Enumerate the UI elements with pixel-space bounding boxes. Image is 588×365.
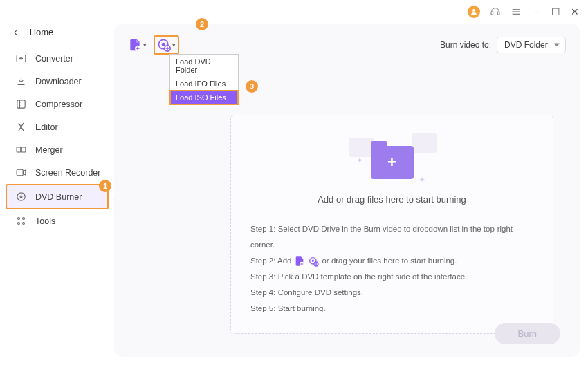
folder-illustration: ✦ + ✦ — [250, 131, 533, 191]
back-home[interactable]: ‹ Home — [0, 26, 114, 47]
toolbar: ▾ ▾ Burn video to: DVD Folder — [128, 36, 566, 54]
converter-icon — [15, 53, 27, 64]
sparkle-icon: ✦ — [356, 156, 363, 165]
annotation-badge-1: 1 — [99, 180, 111, 192]
step-1: Step 1: Select DVD Drive in the Burn vid… — [250, 221, 533, 253]
merger-icon — [15, 144, 27, 156]
svg-point-11 — [17, 193, 25, 200]
svg-point-12 — [20, 196, 22, 198]
svg-rect-10 — [17, 169, 23, 176]
maximize-button[interactable]: ☐ — [551, 6, 560, 17]
menu-item-load-iso-files[interactable]: Load ISO Files — [169, 90, 239, 105]
drop-prompt: Add or drag files here to start burning — [250, 194, 533, 205]
step-5: Step 5: Start burning. — [250, 301, 533, 317]
sidebar-item-merger[interactable]: Merger — [0, 138, 114, 161]
add-disc-icon — [308, 256, 319, 267]
burn-button: Burn — [495, 323, 560, 344]
tools-icon — [15, 215, 27, 227]
menu-item-load-dvd-folder[interactable]: Load DVD Folder — [170, 55, 238, 77]
svg-point-0 — [472, 9, 475, 12]
sidebar-item-downloader[interactable]: Downloader — [0, 70, 114, 93]
svg-rect-8 — [17, 147, 21, 152]
compressor-icon — [15, 98, 27, 110]
support-icon[interactable] — [490, 6, 501, 17]
sidebar-item-label: Tools — [35, 216, 55, 226]
sidebar-item-editor[interactable]: Editor — [0, 115, 114, 138]
sidebar-item-label: DVD Burner — [35, 192, 82, 202]
sidebar-item-label: Screen Recorder — [35, 168, 101, 178]
svg-point-16 — [23, 223, 25, 225]
menu-item-load-ifo-files[interactable]: Load IFO Files — [170, 77, 238, 91]
burn-to-select[interactable]: DVD Folder — [497, 37, 566, 53]
title-bar: − ☐ ✕ — [0, 0, 588, 24]
sidebar-item-screen-recorder[interactable]: Screen Recorder — [0, 161, 114, 184]
load-disc-menu: Load DVD Folder Load IFO Files Load ISO … — [169, 54, 239, 105]
hamburger-menu-icon[interactable] — [511, 6, 522, 17]
chevron-down-icon: ▾ — [172, 41, 176, 48]
toolbar-left: ▾ ▾ — [128, 35, 179, 55]
sidebar-item-tools[interactable]: Tools — [0, 209, 114, 232]
burn-to-value: DVD Folder — [504, 40, 548, 50]
add-disc-button[interactable]: ▾ — [154, 35, 179, 55]
chevron-left-icon: ‹ — [14, 26, 17, 37]
svg-point-15 — [18, 223, 20, 225]
sidebar: ‹ Home Converter Downloader Compressor E… — [0, 24, 114, 365]
svg-rect-1 — [491, 12, 493, 15]
annotation-badge-2: 2 — [196, 18, 208, 30]
recorder-icon — [15, 167, 27, 178]
step-3: Step 3: Pick a DVD template on the right… — [250, 269, 533, 285]
toolbar-right: Burn video to: DVD Folder — [440, 37, 566, 53]
svg-rect-6 — [17, 55, 26, 62]
sidebar-item-converter[interactable]: Converter — [0, 47, 114, 70]
instruction-steps: Step 1: Select DVD Drive in the Burn vid… — [250, 221, 533, 317]
svg-rect-9 — [21, 147, 26, 152]
chevron-down-icon: ▾ — [143, 41, 147, 48]
close-button[interactable]: ✕ — [570, 6, 580, 17]
sidebar-item-label: Downloader — [35, 77, 82, 86]
sidebar-item-label: Converter — [35, 54, 73, 64]
main-panel: ▾ ▾ Burn video to: DVD Folder 2 Load DVD… — [114, 24, 580, 357]
sidebar-item-dvd-burner[interactable]: DVD Burner 1 — [6, 184, 109, 209]
add-file-icon — [294, 256, 305, 267]
svg-point-13 — [18, 218, 20, 220]
dvdburner-icon — [15, 191, 27, 203]
sidebar-item-compressor[interactable]: Compressor — [0, 93, 114, 115]
drop-zone[interactable]: ✦ + ✦ Add or drag files here to start bu… — [230, 115, 553, 334]
sparkle-icon: ✦ — [419, 175, 425, 185]
svg-point-23 — [313, 260, 314, 261]
svg-point-14 — [23, 218, 25, 220]
add-file-button[interactable]: ▾ — [128, 38, 147, 52]
svg-rect-2 — [497, 12, 499, 15]
step-4: Step 4: Configure DVD settings. — [250, 285, 533, 301]
minimize-button[interactable]: − — [531, 6, 541, 17]
sidebar-item-label: Editor — [35, 122, 58, 132]
folder-plus-icon: + — [371, 146, 414, 179]
editor-icon — [15, 121, 27, 133]
back-label: Home — [30, 27, 54, 37]
burn-to-label: Burn video to: — [440, 40, 491, 50]
annotation-badge-3: 3 — [246, 80, 258, 93]
svg-point-19 — [163, 44, 165, 46]
sidebar-item-label: Merger — [35, 145, 63, 155]
downloader-icon — [15, 75, 27, 87]
step-2: Step 2: Add or drag your files here to s… — [250, 253, 533, 269]
user-avatar-icon[interactable] — [468, 6, 480, 18]
sidebar-item-label: Compressor — [35, 100, 82, 109]
